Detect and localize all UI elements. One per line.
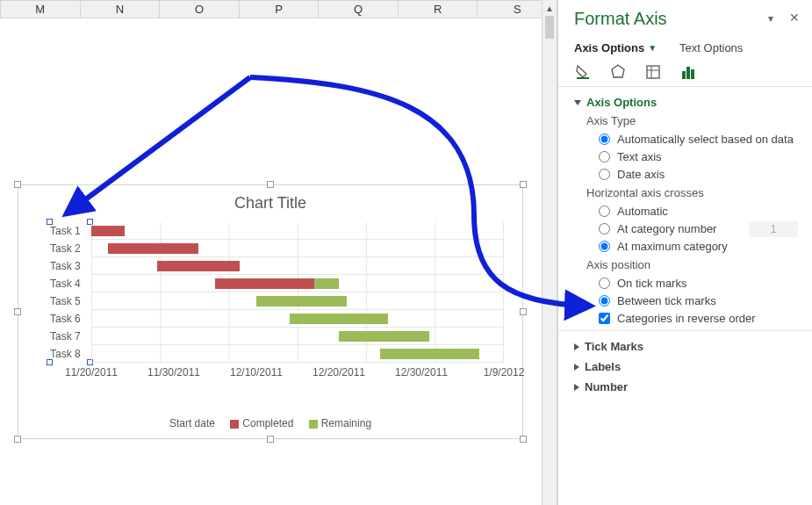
radio-input[interactable] (599, 295, 610, 307)
bar-remaining[interactable] (380, 349, 479, 359)
bar-remaining[interactable] (290, 314, 389, 324)
expand-icon (574, 343, 579, 350)
svg-rect-4 (691, 69, 694, 79)
bar-row (256, 296, 347, 307)
section-label: Labels (585, 360, 621, 373)
section-tick-marks[interactable]: Tick Marks (574, 340, 798, 353)
svg-rect-1 (647, 66, 659, 78)
checkbox-reverse-order[interactable]: Categories in reverse order (599, 312, 798, 325)
xaxis-tick-label: 1/9/2012 (469, 366, 539, 379)
radio-hcross-automatic[interactable]: Automatic (599, 205, 798, 218)
radio-label: Between tick marks (617, 294, 716, 307)
chevron-down-icon: ▼ (648, 43, 657, 53)
plot-area[interactable]: Task 1 Task 2 Task 3 Task 4 Task 5 Task … (34, 222, 508, 380)
chart-title[interactable]: Chart Title (18, 194, 522, 213)
radio-date-axis[interactable]: Date axis (599, 168, 798, 181)
radio-auto-select[interactable]: Automatically select based on data (599, 133, 798, 146)
bar-remaining[interactable] (314, 278, 339, 289)
bar-completed[interactable] (91, 226, 125, 236)
tab-label: Text Options (679, 41, 743, 54)
bar-remaining[interactable] (339, 331, 429, 342)
radio-between-tick-marks[interactable]: Between tick marks (599, 294, 798, 307)
radio-hcross-max-category[interactable]: At maximum category (599, 240, 798, 253)
svg-rect-2 (682, 71, 686, 79)
axis-options-icon[interactable] (679, 63, 697, 81)
resize-handle[interactable] (520, 436, 527, 443)
resize-handle[interactable] (267, 436, 274, 443)
category-label: Task 4 (50, 275, 103, 292)
xaxis-tick-label: 11/30/2011 (139, 366, 209, 379)
category-number-field[interactable] (749, 221, 798, 237)
bar-completed[interactable] (215, 278, 314, 289)
size-properties-icon[interactable] (644, 63, 662, 81)
checkbox-label: Categories in reverse order (617, 312, 756, 325)
col-header[interactable]: N (81, 0, 161, 18)
radio-input[interactable] (599, 223, 610, 234)
section-number[interactable]: Number (574, 380, 798, 393)
resize-handle[interactable] (520, 181, 527, 188)
section-label: Axis Options (586, 96, 657, 109)
radio-input[interactable] (599, 241, 610, 252)
effects-icon[interactable] (609, 63, 627, 81)
close-icon[interactable]: ✕ (789, 11, 800, 25)
col-header[interactable]: R (399, 0, 478, 18)
bar-completed[interactable] (157, 261, 240, 271)
radio-input[interactable] (599, 169, 610, 180)
resize-handle[interactable] (14, 308, 21, 315)
xaxis-title: Start date (169, 417, 215, 429)
col-header[interactable]: Q (319, 0, 399, 18)
expand-icon (574, 384, 579, 391)
xaxis-tick-label: 12/30/2011 (386, 366, 456, 379)
section-labels[interactable]: Labels (574, 360, 798, 373)
bar-row (380, 349, 479, 359)
bar-row (290, 314, 389, 324)
scroll-up-icon[interactable]: ▲ (543, 0, 557, 16)
bar-completed[interactable] (108, 243, 198, 254)
category-label: Task 5 (50, 292, 103, 310)
pane-icon-row (574, 63, 798, 81)
scroll-thumb[interactable] (545, 16, 554, 39)
resize-handle[interactable] (14, 436, 21, 443)
bar-row (108, 243, 198, 254)
chart-object[interactable]: Chart Title Task 1 Task 2 Task 3 Task 4 … (18, 184, 523, 439)
fill-line-icon[interactable] (574, 63, 592, 81)
radio-input[interactable] (599, 206, 610, 217)
checkbox-input[interactable] (599, 313, 610, 324)
resize-handle[interactable] (520, 308, 527, 315)
bar-remaining[interactable] (256, 296, 347, 307)
radio-on-tick-marks[interactable]: On tick marks (599, 277, 798, 290)
expand-icon (574, 100, 581, 105)
format-axis-pane: ▾ ✕ Format Axis Axis Options ▼ Text Opti… (557, 0, 812, 505)
chart-legend[interactable]: Start date Completed Remaining (18, 417, 522, 429)
radio-label: At category number (617, 222, 716, 235)
category-label: Task 3 (50, 257, 103, 275)
radio-hcross-category-number[interactable]: At category number (599, 222, 798, 235)
expand-icon (574, 364, 579, 371)
bar-row (157, 261, 240, 271)
radio-input[interactable] (599, 278, 610, 289)
divider (558, 330, 812, 331)
bar-row (215, 278, 339, 289)
xaxis-tick-label: 12/20/2011 (304, 366, 374, 379)
resize-handle[interactable] (267, 181, 274, 188)
radio-input[interactable] (599, 151, 610, 162)
section-axis-options[interactable]: Axis Options (574, 96, 798, 109)
col-header[interactable]: M (0, 0, 81, 18)
radio-text-axis[interactable]: Text axis (599, 150, 798, 163)
col-header[interactable]: P (240, 0, 320, 18)
col-header[interactable]: O (160, 0, 240, 18)
radio-label: Date axis (617, 168, 665, 181)
tab-axis-options[interactable]: Axis Options ▼ (574, 41, 657, 54)
radio-input[interactable] (599, 133, 610, 145)
category-label: Task 7 (50, 328, 103, 345)
radio-label: On tick marks (617, 277, 686, 290)
legend-swatch-completed (230, 420, 239, 429)
tab-label: Axis Options (574, 41, 644, 54)
category-label: Task 8 (50, 345, 103, 363)
vertical-scrollbar[interactable]: ▲ (542, 0, 557, 505)
tab-text-options[interactable]: Text Options (679, 41, 743, 54)
xaxis-tick-label: 12/10/2011 (221, 366, 291, 379)
pane-menu-icon[interactable]: ▾ (768, 12, 773, 25)
bar-row (339, 331, 429, 342)
resize-handle[interactable] (14, 181, 21, 188)
